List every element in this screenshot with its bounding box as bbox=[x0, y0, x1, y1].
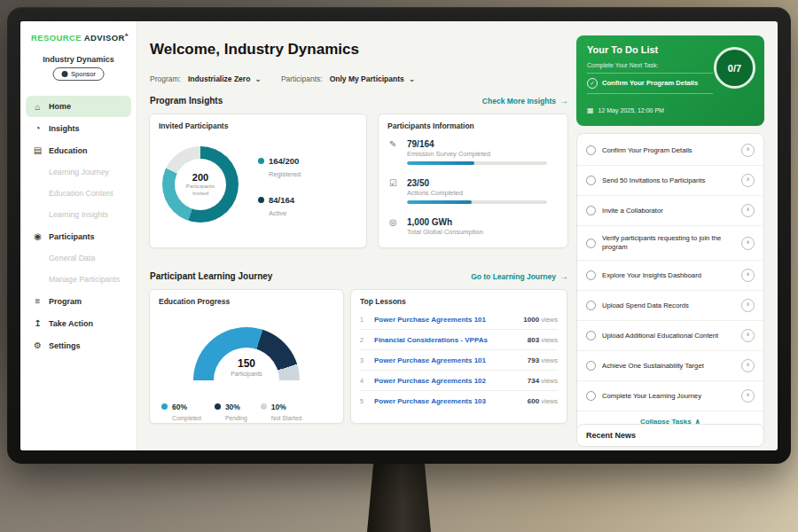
task-checkbox[interactable] bbox=[586, 331, 596, 340]
sidebar-item-program[interactable]: ≡ Program bbox=[20, 290, 137, 312]
sidebar-item-settings[interactable]: ⚙ Settings bbox=[20, 334, 137, 356]
learning-journey-header: Participant Learning Journey Go to Learn… bbox=[150, 271, 568, 281]
chevron-right-icon[interactable]: › bbox=[741, 237, 755, 250]
sidebar-item-label: Manage Participants bbox=[49, 275, 120, 284]
participants-select-value: Only My Participants bbox=[330, 74, 404, 83]
lesson-link[interactable]: Financial Considerations - VPPAs bbox=[374, 336, 522, 344]
task-checkbox[interactable] bbox=[586, 361, 596, 371]
sidebar-item-participants[interactable]: ◉ Participants bbox=[20, 225, 137, 247]
task-checkbox[interactable] bbox=[586, 239, 596, 248]
task-item[interactable]: Achieve One Sustainability Target › bbox=[577, 351, 763, 381]
chevron-right-icon[interactable]: › bbox=[741, 299, 755, 312]
check-more-insights-link[interactable]: Check More Insights → bbox=[482, 96, 568, 106]
chevron-right-icon[interactable]: › bbox=[741, 204, 755, 217]
progress-track bbox=[407, 161, 547, 165]
chevron-right-icon[interactable]: › bbox=[741, 144, 755, 157]
section-title-learning-journey: Participant Learning Journey bbox=[150, 271, 272, 281]
due-date-label: 12 May 2025, 12:00 PM bbox=[598, 107, 664, 113]
card-title: Education Progress bbox=[159, 297, 334, 306]
recent-news-panel[interactable]: Recent News bbox=[576, 424, 764, 447]
sidebar-item-label: Education bbox=[49, 146, 88, 155]
education-icon: ▤ bbox=[33, 145, 43, 155]
participants-select[interactable]: Only My Participants ⌄ bbox=[330, 74, 416, 83]
sidebar-item-label: Insights bbox=[49, 124, 80, 133]
task-item[interactable]: Confirm Your Program Details › bbox=[577, 136, 763, 166]
sidebar-item-general-data[interactable]: General Data bbox=[20, 247, 137, 269]
consumption-icon: ◎ bbox=[389, 217, 400, 236]
legend-dot bbox=[215, 403, 221, 410]
task-checkbox[interactable] bbox=[586, 301, 596, 310]
chevron-right-icon[interactable]: › bbox=[741, 389, 755, 403]
task-item[interactable]: Complete Your Learning Journey › bbox=[577, 381, 763, 411]
logo-text-advisor: ADVISOR+ bbox=[84, 33, 129, 43]
filters-row: Program: Industrialize Zero ⌄ Participan… bbox=[150, 74, 427, 83]
lesson-link[interactable]: Power Purchase Agreements 103 bbox=[374, 397, 522, 405]
donut-center-value: 200 bbox=[192, 172, 208, 183]
stat-label: Actions Completed bbox=[407, 189, 547, 197]
lesson-link[interactable]: Power Purchase Agreements 102 bbox=[374, 377, 522, 385]
stat-value: 23/50 bbox=[407, 178, 547, 188]
calendar-icon: ▦ bbox=[587, 106, 594, 114]
invited-legend: 164/200 Registered 84/164 Active bbox=[258, 153, 301, 217]
task-checkbox[interactable] bbox=[586, 270, 596, 280]
legend-value: 84/164 bbox=[269, 195, 294, 205]
sidebar-item-education-content[interactable]: Education Content bbox=[20, 183, 137, 204]
sidebar: RESOURCE ADVISOR+ Industry Dynamics Spon… bbox=[20, 21, 137, 450]
sponsor-label: Sponsor bbox=[71, 70, 96, 78]
next-task-label: Confirm Your Program Details bbox=[602, 79, 698, 87]
task-item[interactable]: Upload Additional Educational Content › bbox=[577, 321, 763, 351]
go-to-learning-journey-link[interactable]: Go to Learning Journey → bbox=[471, 271, 568, 281]
sidebar-item-home[interactable]: ⌂ Home bbox=[26, 96, 131, 117]
task-item[interactable]: Upload Spend Data Records › bbox=[577, 291, 763, 321]
legend-label: Pending bbox=[225, 415, 247, 421]
legend-label: Completed bbox=[172, 415, 201, 421]
task-label: Achieve One Sustainability Target bbox=[602, 362, 735, 371]
sidebar-item-insights[interactable]: ◔ Insights bbox=[20, 117, 137, 139]
lesson-row: 3 Power Purchase Agreements 101 793 view… bbox=[360, 350, 558, 371]
sidebar-item-label: Home bbox=[49, 102, 71, 111]
chevron-right-icon[interactable]: › bbox=[741, 174, 755, 187]
task-item[interactable]: Explore Your Insights Dashboard › bbox=[577, 261, 763, 291]
chevron-right-icon[interactable]: › bbox=[741, 269, 755, 282]
task-item[interactable]: Verify participants requesting to join t… bbox=[577, 226, 763, 261]
sidebar-item-manage-participants[interactable]: Manage Participants bbox=[20, 269, 137, 290]
lesson-views: 1000 views bbox=[523, 316, 558, 324]
lesson-link[interactable]: Power Purchase Agreements 101 bbox=[374, 356, 522, 364]
task-checkbox[interactable] bbox=[586, 176, 596, 185]
todo-progress-badge: 0/7 bbox=[714, 47, 755, 89]
settings-icon: ⚙ bbox=[33, 340, 43, 350]
todo-next-task[interactable]: ✓ Confirm Your Program Details bbox=[587, 73, 713, 94]
legend-item-registered: 164/200 Registered bbox=[258, 153, 301, 178]
logo-plus: + bbox=[125, 32, 129, 38]
education-progress-card: Education Progress 150 Participants 60% bbox=[149, 289, 344, 424]
task-item[interactable]: Send 50 Invitations to Participants › bbox=[577, 166, 763, 196]
legend-value: 10% bbox=[271, 403, 286, 411]
lesson-link[interactable]: Power Purchase Agreements 101 bbox=[374, 316, 518, 324]
sidebar-item-learning-journey[interactable]: Learning Journey bbox=[20, 161, 137, 183]
views-label: views bbox=[541, 356, 558, 364]
lesson-row: 5 Power Purchase Agreements 103 600 view… bbox=[360, 391, 558, 411]
sidebar-item-learning-insights[interactable]: Learning Insights bbox=[20, 204, 137, 225]
views-count: 803 bbox=[528, 336, 539, 344]
stat-value: 1,000 GWh bbox=[407, 217, 483, 227]
sponsor-badge[interactable]: Sponsor bbox=[52, 67, 105, 81]
task-checkbox[interactable] bbox=[586, 145, 596, 155]
legend-value: 30% bbox=[225, 403, 240, 411]
chevron-right-icon[interactable]: › bbox=[741, 329, 755, 342]
task-label: Confirm Your Program Details bbox=[602, 146, 735, 155]
task-checkbox[interactable] bbox=[586, 206, 596, 215]
sidebar-item-take-action[interactable]: ↥ Take Action bbox=[20, 312, 137, 334]
chevron-right-icon[interactable]: › bbox=[741, 359, 755, 372]
sidebar-item-education[interactable]: ▤ Education bbox=[20, 139, 137, 161]
program-select[interactable]: Industrialize Zero ⌄ bbox=[188, 74, 262, 83]
task-label: Complete Your Learning Journey bbox=[602, 392, 735, 401]
task-checkbox[interactable] bbox=[586, 391, 596, 401]
link-label: Go to Learning Journey bbox=[471, 272, 556, 281]
logo-text-resource: RESOURCE bbox=[31, 33, 82, 43]
home-icon: ⌂ bbox=[33, 102, 43, 112]
top-lessons-card: Top Lessons 1 Power Purchase Agreements … bbox=[350, 289, 567, 424]
views-count: 734 bbox=[528, 377, 539, 385]
lesson-row: 1 Power Purchase Agreements 101 1000 vie… bbox=[360, 309, 558, 330]
task-item[interactable]: Invite a Collaborator › bbox=[577, 196, 763, 226]
app-logo: RESOURCE ADVISOR+ bbox=[31, 32, 129, 43]
